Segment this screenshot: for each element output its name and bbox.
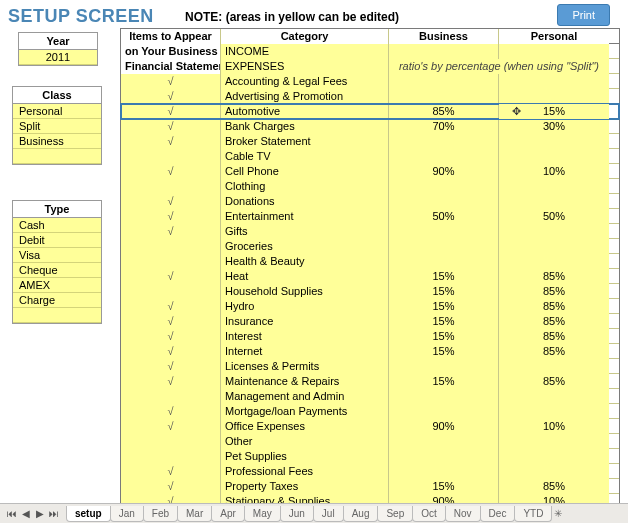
category-cell[interactable]: Bank Charges (221, 119, 389, 134)
appear-check[interactable]: √ (121, 119, 221, 134)
type-item[interactable]: Debit (13, 233, 101, 248)
business-cell[interactable]: 15% (389, 479, 499, 494)
class-item[interactable] (13, 149, 101, 164)
personal-cell[interactable]: 85% (499, 284, 609, 299)
appear-check[interactable]: √ (121, 74, 221, 89)
category-cell[interactable]: Groceries (221, 239, 389, 254)
table-row[interactable]: Management and Admin (121, 389, 619, 404)
personal-cell[interactable] (499, 89, 609, 104)
appear-check[interactable]: √ (121, 344, 221, 359)
category-cell[interactable]: Heat (221, 269, 389, 284)
business-cell[interactable]: 15% (389, 284, 499, 299)
table-row[interactable]: √Gifts (121, 224, 619, 239)
expenses-row[interactable]: EXPENSES (221, 59, 389, 74)
business-cell[interactable]: 15% (389, 269, 499, 284)
personal-cell[interactable]: 50% (499, 209, 609, 224)
personal-cell[interactable] (499, 74, 609, 89)
sheet-tab[interactable]: Apr (211, 506, 245, 522)
appear-check[interactable]: √ (121, 134, 221, 149)
business-cell[interactable] (389, 404, 499, 419)
sheet-tab[interactable]: Feb (143, 506, 178, 522)
personal-cell[interactable] (499, 404, 609, 419)
category-cell[interactable]: Donations (221, 194, 389, 209)
table-row[interactable]: Pet Supplies (121, 449, 619, 464)
category-cell[interactable]: Hydro (221, 299, 389, 314)
table-row[interactable]: Other (121, 434, 619, 449)
table-row[interactable]: √Broker Statement (121, 134, 619, 149)
tab-next-icon[interactable]: ▶ (34, 508, 46, 519)
income-row[interactable]: INCOME (221, 44, 389, 59)
personal-cell[interactable]: 85% (499, 374, 609, 389)
table-row[interactable]: √Insurance15%85% (121, 314, 619, 329)
table-row[interactable]: √Professional Fees (121, 464, 619, 479)
table-row[interactable]: √Automotive85%15%✥ (121, 104, 619, 119)
appear-check[interactable]: √ (121, 314, 221, 329)
business-cell[interactable] (389, 239, 499, 254)
personal-cell[interactable]: 85% (499, 329, 609, 344)
category-cell[interactable]: Interest (221, 329, 389, 344)
business-cell[interactable] (389, 224, 499, 239)
category-cell[interactable]: Entertainment (221, 209, 389, 224)
appear-check[interactable] (121, 389, 221, 404)
category-cell[interactable]: Gifts (221, 224, 389, 239)
table-row[interactable]: √Heat15%85% (121, 269, 619, 284)
appear-check[interactable]: √ (121, 224, 221, 239)
personal-cell[interactable] (499, 239, 609, 254)
appear-check[interactable]: √ (121, 89, 221, 104)
business-cell[interactable]: 90% (389, 164, 499, 179)
personal-cell[interactable]: 85% (499, 314, 609, 329)
business-cell[interactable] (389, 389, 499, 404)
business-cell[interactable]: 50% (389, 209, 499, 224)
sheet-tab[interactable]: Aug (343, 506, 379, 522)
personal-cell[interactable]: 10% (499, 164, 609, 179)
sheet-tab[interactable]: Oct (412, 506, 446, 522)
personal-cell[interactable]: 85% (499, 269, 609, 284)
sheet-tab[interactable]: Mar (177, 506, 212, 522)
table-row[interactable]: √Advertising & Promotion (121, 89, 619, 104)
class-item[interactable]: Business (13, 134, 101, 149)
appear-check[interactable] (121, 434, 221, 449)
table-row[interactable]: √Cell Phone90%10% (121, 164, 619, 179)
type-item[interactable]: Cheque (13, 263, 101, 278)
sheet-tab[interactable]: YTD (514, 506, 552, 522)
type-item[interactable]: Cash (13, 218, 101, 233)
business-cell[interactable] (389, 449, 499, 464)
category-cell[interactable]: Accounting & Legal Fees (221, 74, 389, 89)
personal-cell[interactable]: 85% (499, 344, 609, 359)
sheet-tab[interactable]: Nov (445, 506, 481, 522)
business-cell[interactable] (389, 194, 499, 209)
class-item[interactable]: Personal (13, 104, 101, 119)
business-cell[interactable]: 15% (389, 329, 499, 344)
personal-cell[interactable] (499, 254, 609, 269)
table-row[interactable]: Clothing (121, 179, 619, 194)
category-cell[interactable]: Office Expenses (221, 419, 389, 434)
appear-check[interactable] (121, 149, 221, 164)
category-cell[interactable]: Internet (221, 344, 389, 359)
personal-cell[interactable] (499, 179, 609, 194)
business-cell[interactable]: 70% (389, 119, 499, 134)
appear-check[interactable]: √ (121, 104, 221, 119)
business-cell[interactable] (389, 134, 499, 149)
business-cell[interactable]: 15% (389, 374, 499, 389)
table-row[interactable]: √Entertainment50%50% (121, 209, 619, 224)
appear-check[interactable]: √ (121, 419, 221, 434)
tab-insert-icon[interactable]: ✳ (551, 508, 565, 519)
personal-cell[interactable] (499, 434, 609, 449)
business-cell[interactable]: 85% (389, 104, 499, 119)
business-cell[interactable]: 15% (389, 299, 499, 314)
category-cell[interactable]: Cell Phone (221, 164, 389, 179)
appear-check[interactable]: √ (121, 359, 221, 374)
table-row[interactable]: √Mortgage/loan Payments (121, 404, 619, 419)
personal-cell[interactable] (499, 149, 609, 164)
personal-cell[interactable] (499, 194, 609, 209)
appear-check[interactable]: √ (121, 299, 221, 314)
sheet-tab[interactable]: Dec (480, 506, 516, 522)
appear-check[interactable] (121, 254, 221, 269)
category-cell[interactable]: Mortgage/loan Payments (221, 404, 389, 419)
table-row[interactable]: √Bank Charges70%30% (121, 119, 619, 134)
category-cell[interactable]: Professional Fees (221, 464, 389, 479)
category-cell[interactable]: Management and Admin (221, 389, 389, 404)
table-row[interactable]: Groceries (121, 239, 619, 254)
table-row[interactable]: √Licenses & Permits (121, 359, 619, 374)
personal-cell[interactable] (499, 134, 609, 149)
